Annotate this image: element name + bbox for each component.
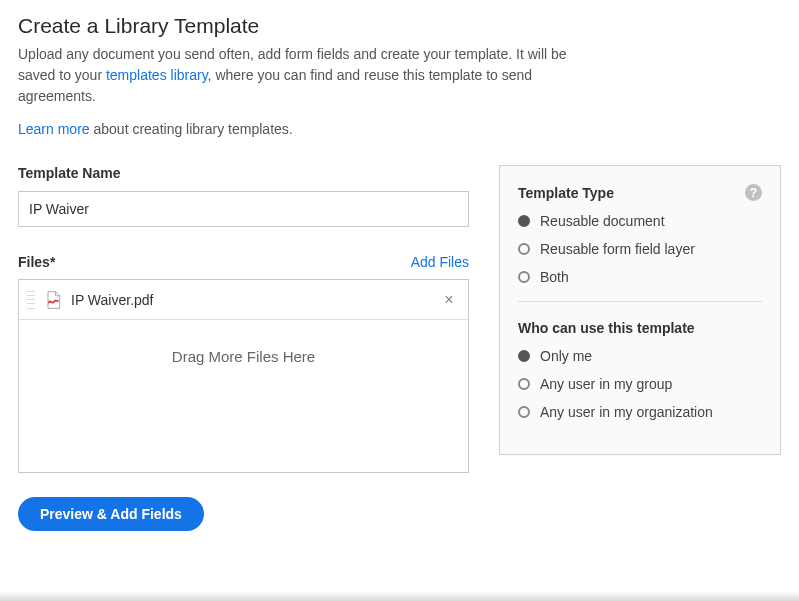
access-heading: Who can use this template (518, 320, 695, 336)
files-box: IP Waiver.pdf × Drag More Files Here (18, 279, 469, 473)
required-asterisk: * (50, 254, 55, 270)
radio-label: Both (540, 269, 569, 285)
access-option-any-org[interactable]: Any user in my organization (518, 404, 762, 420)
access-option-any-group[interactable]: Any user in my group (518, 376, 762, 392)
radio-icon (518, 243, 530, 255)
divider (518, 301, 762, 302)
files-label-text: Files (18, 254, 50, 270)
template-name-label: Template Name (18, 165, 469, 181)
shadow-edge (0, 591, 799, 601)
type-option-reusable-form-field-layer[interactable]: Reusable form field layer (518, 241, 762, 257)
page-title: Create a Library Template (18, 14, 781, 38)
access-option-only-me[interactable]: Only me (518, 348, 762, 364)
templates-library-link[interactable]: templates library (106, 67, 208, 83)
learn-more-row: Learn more about creating library templa… (18, 121, 781, 137)
radio-label: Only me (540, 348, 592, 364)
pdf-icon (43, 290, 63, 310)
radio-label: Reusable document (540, 213, 665, 229)
type-option-both[interactable]: Both (518, 269, 762, 285)
radio-icon (518, 378, 530, 390)
drop-zone[interactable]: Drag More Files Here (19, 320, 468, 472)
file-row[interactable]: IP Waiver.pdf × (19, 280, 468, 320)
radio-icon (518, 406, 530, 418)
type-option-reusable-document[interactable]: Reusable document (518, 213, 762, 229)
template-type-heading: Template Type (518, 185, 614, 201)
radio-label: Reusable form field layer (540, 241, 695, 257)
radio-label: Any user in my group (540, 376, 672, 392)
help-icon[interactable]: ? (745, 184, 762, 201)
remove-file-icon[interactable]: × (440, 291, 458, 309)
radio-label: Any user in my organization (540, 404, 713, 420)
learn-more-link[interactable]: Learn more (18, 121, 90, 137)
intro-text: Upload any document you send often, add … (18, 44, 578, 107)
drag-handle-icon[interactable] (27, 291, 35, 309)
files-label: Files* (18, 253, 55, 271)
add-files-link[interactable]: Add Files (411, 254, 469, 270)
template-name-input[interactable] (18, 191, 469, 227)
preview-add-fields-button[interactable]: Preview & Add Fields (18, 497, 204, 531)
radio-icon (518, 271, 530, 283)
radio-icon (518, 215, 530, 227)
settings-panel: Template Type ? Reusable document Reusab… (499, 165, 781, 455)
radio-icon (518, 350, 530, 362)
learn-more-suffix: about creating library templates. (90, 121, 293, 137)
file-name: IP Waiver.pdf (71, 292, 440, 308)
